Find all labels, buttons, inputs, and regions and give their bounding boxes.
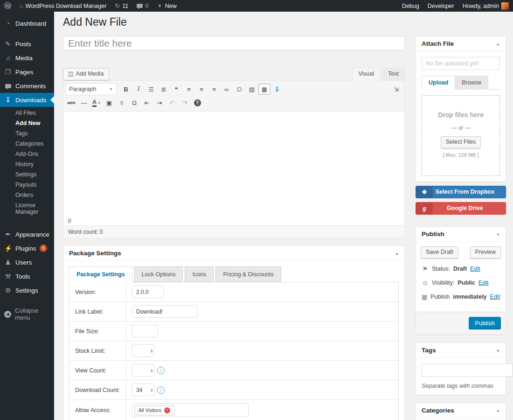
bullet-list-button[interactable]: ☰ — [145, 84, 157, 95]
sidebar-item-plugins[interactable]: ⚡ Plugins 6 — [0, 241, 54, 255]
developer-menu[interactable]: Developer — [423, 0, 458, 12]
help-button[interactable]: ? — [191, 97, 203, 108]
publish-header[interactable]: Publish ▴ — [416, 227, 506, 242]
italic-button[interactable]: I — [132, 84, 145, 95]
sidebar-item-users[interactable]: ♟ Users — [0, 255, 54, 269]
horizontal-rule-button[interactable]: — — [78, 97, 90, 108]
bold-button[interactable]: B — [120, 84, 132, 95]
tab-icons[interactable]: Icons — [185, 266, 214, 282]
outdent-button[interactable]: ⇤ — [141, 97, 153, 108]
special-character-button[interactable]: Ω — [128, 97, 140, 108]
stock-limit-input[interactable]: ▴▾ — [132, 344, 154, 357]
numbered-list-button[interactable]: ≣ — [158, 84, 170, 95]
collapse-toggle-icon[interactable]: ▴ — [496, 42, 500, 46]
indent-button[interactable]: ⇥ — [153, 97, 166, 108]
new-tag-input[interactable] — [422, 364, 513, 377]
submenu-item-license-manager[interactable]: License Manager — [0, 200, 54, 217]
sidebar-item-settings[interactable]: ⚙ Settings — [0, 283, 54, 297]
package-settings-header[interactable]: Package Settings ▴ — [63, 246, 404, 261]
sidebar-item-pages[interactable]: ❐ Pages — [0, 65, 54, 79]
sidebar-item-appearance[interactable]: ✒ Appearance — [0, 227, 54, 241]
tab-pricing-discounts[interactable]: Pricing & Discounts — [215, 266, 281, 282]
collapse-toggle-icon[interactable]: ▴ — [496, 408, 500, 413]
categories-header[interactable]: Categories ▴ — [416, 403, 506, 418]
submenu-item-categories[interactable]: Categories — [0, 139, 54, 149]
link-label-input[interactable] — [132, 305, 197, 318]
number-spinner[interactable]: ▴▾ — [151, 349, 153, 352]
read-more-button[interactable]: ▤ — [246, 84, 258, 95]
blockquote-button[interactable]: ❝ — [170, 84, 182, 95]
submenu-item-tags[interactable]: Tags — [0, 128, 54, 139]
tab-visual[interactable]: Visual — [352, 68, 380, 81]
new-content-menu[interactable]: ＋ New — [153, 0, 181, 12]
tab-package-settings[interactable]: Package Settings — [69, 266, 132, 282]
wpdm-download-shortcode-button[interactable]: ⇩ — [271, 84, 283, 95]
sidebar-item-downloads[interactable]: ↧ Downloads — [0, 93, 54, 107]
sidebar-item-tools[interactable]: ⚒ Tools — [0, 269, 54, 283]
submenu-item-add-new[interactable]: Add New — [0, 118, 54, 128]
tags-header[interactable]: Tags ▴ — [416, 343, 506, 358]
remove-tag-icon[interactable]: − — [164, 407, 170, 413]
submenu-item-orders[interactable]: Orders — [0, 190, 54, 200]
file-size-input[interactable] — [132, 325, 158, 337]
sidebar-item-media[interactable]: ♫ Media — [0, 51, 54, 65]
tab-browse[interactable]: Browse — [455, 76, 488, 90]
publish-button[interactable]: Publish — [469, 317, 501, 329]
tab-upload[interactable]: Upload — [422, 76, 455, 90]
number-spinner[interactable]: ▴▾ — [151, 388, 153, 392]
submenu-item-all-files[interactable]: All Files — [0, 108, 54, 118]
my-account-menu[interactable]: Howdy, admin — [458, 0, 513, 12]
sidebar-item-posts[interactable]: ✎ Posts — [0, 37, 54, 51]
sidebar-item-comments[interactable]: Comments — [0, 79, 54, 93]
version-input[interactable] — [132, 286, 164, 298]
select-files-button[interactable]: Select Files — [441, 136, 481, 148]
submenu-item-history[interactable]: History — [0, 159, 54, 169]
toolbar-toggle-button[interactable]: ▦ — [258, 84, 270, 95]
tab-text[interactable]: Text — [382, 68, 405, 81]
paste-as-text-button[interactable]: ▣ — [103, 97, 115, 108]
collapse-toggle-icon[interactable]: ▴ — [496, 231, 500, 236]
align-right-button[interactable]: ≡ — [208, 84, 220, 95]
site-link[interactable]: ⌂ WordPress Download Manager — [15, 0, 111, 12]
collapse-toggle-icon[interactable]: ▴ — [395, 251, 399, 256]
info-icon[interactable]: i — [157, 386, 165, 394]
undo-button[interactable]: ↶ — [166, 97, 178, 108]
edit-visibility-link[interactable]: Edit — [478, 280, 489, 286]
select-from-dropbox-button[interactable]: ❖ Select From Dropbox — [416, 186, 506, 198]
tab-lock-options[interactable]: Lock Options — [134, 266, 183, 282]
view-count-input[interactable]: ▴▾ — [132, 364, 154, 377]
google-drive-button[interactable]: g Google Drive — [416, 202, 506, 215]
clear-formatting-button[interactable]: ◊ — [116, 97, 128, 108]
sidebar-item-dashboard[interactable]: ◔ Dashboard — [0, 16, 54, 30]
info-icon[interactable]: i — [157, 367, 165, 374]
paragraph-format-select[interactable]: Paragraph ▼ — [65, 83, 117, 95]
allow-access-input[interactable]: All Visitors − — [132, 403, 249, 417]
submenu-item-payouts[interactable]: Payouts — [0, 180, 54, 190]
align-left-button[interactable]: ≡ — [183, 84, 195, 95]
file-dropzone[interactable]: Drop files here — or — Select Files [ Ma… — [422, 95, 500, 176]
remove-link-button[interactable]: ∅ — [233, 84, 245, 95]
insert-link-button[interactable]: ∞ — [221, 84, 233, 95]
post-title-input[interactable] — [63, 36, 405, 50]
updates-menu[interactable]: ↻ 11 — [111, 0, 132, 12]
edit-status-link[interactable]: Edit — [470, 266, 480, 272]
attach-file-header[interactable]: Attach File ▴ — [416, 36, 506, 51]
add-media-button[interactable]: ◫ Add Media — [63, 68, 109, 80]
submenu-item-settings[interactable]: Settings — [0, 169, 54, 180]
redo-button[interactable]: ↷ — [179, 97, 191, 108]
submenu-item-add-ons[interactable]: Add-Ons — [0, 149, 54, 159]
collapse-toggle-icon[interactable]: ▴ — [496, 348, 500, 352]
align-center-button[interactable]: ≡ — [195, 84, 208, 95]
debug-menu[interactable]: Debug — [398, 0, 423, 12]
save-draft-button[interactable]: Save Draft — [421, 246, 458, 259]
strikethrough-button[interactable]: ABC — [65, 97, 77, 108]
collapse-menu-button[interactable]: ◀ Collapse menu — [0, 304, 54, 324]
preview-button[interactable]: Preview — [470, 246, 501, 259]
comments-menu[interactable]: 0 — [132, 0, 153, 12]
editor-content-area[interactable] — [63, 112, 404, 216]
attached-file-input[interactable] — [422, 57, 500, 70]
download-count-input[interactable]: 34 ▴▾ — [132, 384, 154, 396]
number-spinner[interactable]: ▴▾ — [151, 369, 153, 372]
edit-schedule-link[interactable]: Edit — [490, 294, 500, 300]
wp-logo-menu[interactable]: Ⓦ — [0, 0, 15, 12]
